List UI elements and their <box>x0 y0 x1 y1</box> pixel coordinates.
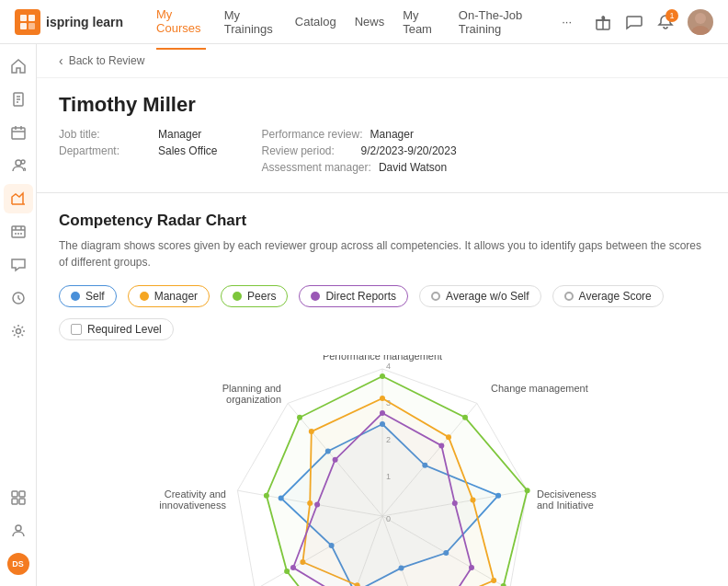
svg-text:Performance management: Performance management <box>323 355 442 362</box>
svg-point-9 <box>16 160 21 166</box>
sidebar-item-calendar[interactable] <box>4 118 33 147</box>
legend-peers[interactable]: Peers <box>221 285 288 307</box>
svg-rect-11 <box>12 226 25 237</box>
main-content: ‹ Back to Review Timothy Miller Job titl… <box>37 44 728 586</box>
svg-rect-16 <box>12 499 17 504</box>
svg-rect-3 <box>28 23 35 29</box>
review-period-label: Review period: <box>261 144 353 157</box>
svg-rect-14 <box>12 491 17 497</box>
svg-point-83 <box>452 500 458 506</box>
svg-text:and Initiative: and Initiative <box>537 500 594 511</box>
nav-my-team[interactable]: My Team <box>403 0 440 49</box>
svg-point-72 <box>462 415 468 420</box>
svg-point-82 <box>438 442 444 448</box>
self-dot-icon <box>71 292 80 301</box>
gift-icon[interactable] <box>594 13 612 31</box>
sidebar-item-team[interactable] <box>4 151 33 180</box>
back-to-review-link[interactable]: ‹ Back to Review <box>37 44 728 78</box>
assessment-manager-value: David Watson <box>379 161 447 174</box>
bell-icon[interactable]: 1 <box>656 13 675 31</box>
legend-self-label: Self <box>85 290 105 303</box>
main-layout: DS ‹ Back to Review Timothy Miller Job t… <box>0 44 728 586</box>
sidebar-item-schedule[interactable] <box>4 217 33 247</box>
sidebar-item-chart[interactable] <box>4 184 33 213</box>
bell-badge: 1 <box>665 9 678 22</box>
legend-average-score-label: Average Score <box>579 290 652 303</box>
chart-title: Competency Radar Chart <box>59 212 706 230</box>
svg-point-88 <box>314 502 320 508</box>
legend-required-level-label: Required Level <box>87 323 162 336</box>
sidebar-item-review[interactable] <box>4 283 33 313</box>
svg-point-71 <box>380 373 385 379</box>
nav-catalog[interactable]: Catalog <box>295 2 336 41</box>
legend-manager-label: Manager <box>154 290 198 303</box>
sidebar-item-grid[interactable] <box>4 483 33 512</box>
department-label: Department: <box>59 144 151 157</box>
job-title-row: Job title: Manager <box>59 128 217 141</box>
sidebar-user-avatar[interactable]: DS <box>7 553 29 575</box>
chart-description: The diagram shows scores given by each r… <box>59 237 706 270</box>
top-navigation: ispring learn My Courses My Trainings Ca… <box>0 0 728 44</box>
review-period-value: 9/2/2023-9/20/2023 <box>360 144 456 157</box>
sidebar-item-user-settings[interactable] <box>4 516 33 546</box>
svg-text:Change management: Change management <box>491 383 588 394</box>
svg-text:Decisiveness: Decisiveness <box>537 488 597 500</box>
assessment-manager-label: Assessment manager: <box>261 161 370 174</box>
legend-direct-reports-label: Direct Reports <box>325 290 396 303</box>
nav-on-the-job[interactable]: On-The-Job Training <box>459 0 543 49</box>
svg-rect-15 <box>19 491 25 497</box>
svg-rect-17 <box>19 499 25 504</box>
svg-point-6 <box>691 26 710 35</box>
manager-dot-icon <box>140 292 149 301</box>
back-link-text: Back to Review <box>69 54 145 67</box>
sidebar-item-messages[interactable] <box>4 250 33 280</box>
meta-col-left: Job title: Manager Department: Sales Off… <box>59 128 217 174</box>
performance-review-label: Performance review: <box>261 128 362 141</box>
chat-icon[interactable] <box>625 13 643 31</box>
legend-peers-label: Peers <box>247 290 276 303</box>
svg-point-84 <box>469 565 474 570</box>
department-row: Department: Sales Office <box>59 144 217 157</box>
performance-review-row: Performance review: Manager <box>261 128 456 141</box>
required-level-checkbox-icon <box>71 324 82 335</box>
legend-required-level[interactable]: Required Level <box>59 318 174 340</box>
nav-news[interactable]: News <box>355 2 385 41</box>
profile-section: Timothy Miller Job title: Manager Depart… <box>37 78 728 193</box>
logo[interactable]: ispring learn <box>15 9 123 35</box>
svg-point-78 <box>264 493 269 499</box>
svg-point-77 <box>284 569 290 574</box>
legend-average-wo-self-label: Average w/o Self <box>446 290 529 303</box>
user-avatar[interactable] <box>688 9 713 35</box>
legend-direct-reports[interactable]: Direct Reports <box>299 285 408 307</box>
legend-manager[interactable]: Manager <box>128 285 210 307</box>
sidebar-item-home[interactable] <box>4 52 33 81</box>
legend-average-score[interactable]: Average Score <box>552 285 664 307</box>
average-score-icon <box>564 292 574 301</box>
svg-text:innovativeness: innovativeness <box>159 500 226 511</box>
svg-rect-2 <box>20 23 27 29</box>
svg-text:Creativity and: Creativity and <box>165 488 226 500</box>
sidebar-item-document[interactable] <box>4 85 33 114</box>
nav-my-courses[interactable]: My Courses <box>156 0 206 50</box>
assessment-manager-row: Assessment manager: David Watson <box>261 161 456 174</box>
radar-chart-svg: // Helper: polygon points for n-sided at… <box>125 355 640 586</box>
nav-my-trainings[interactable]: My Trainings <box>224 0 277 49</box>
chart-section: Competency Radar Chart The diagram shows… <box>37 193 728 586</box>
svg-rect-0 <box>20 15 27 21</box>
job-title-label: Job title: <box>59 128 151 141</box>
svg-point-79 <box>297 415 302 420</box>
profile-meta: Job title: Manager Department: Sales Off… <box>59 128 706 174</box>
legend-average-wo-self[interactable]: Average w/o Self <box>419 285 541 307</box>
peers-dot-icon <box>233 292 242 301</box>
svg-rect-1 <box>28 15 35 21</box>
legend-self[interactable]: Self <box>59 285 117 307</box>
svg-text:Planning and: Planning and <box>222 383 281 394</box>
nav-more-icon[interactable]: ··· <box>562 2 572 41</box>
job-title-value: Manager <box>158 128 201 141</box>
svg-point-18 <box>16 525 21 531</box>
profile-name: Timothy Miller <box>59 93 706 117</box>
nav-links: My Courses My Trainings Catalog News My … <box>156 0 572 50</box>
svg-text:4: 4 <box>386 362 391 371</box>
sidebar-item-settings[interactable] <box>4 316 33 346</box>
svg-point-5 <box>695 13 706 24</box>
